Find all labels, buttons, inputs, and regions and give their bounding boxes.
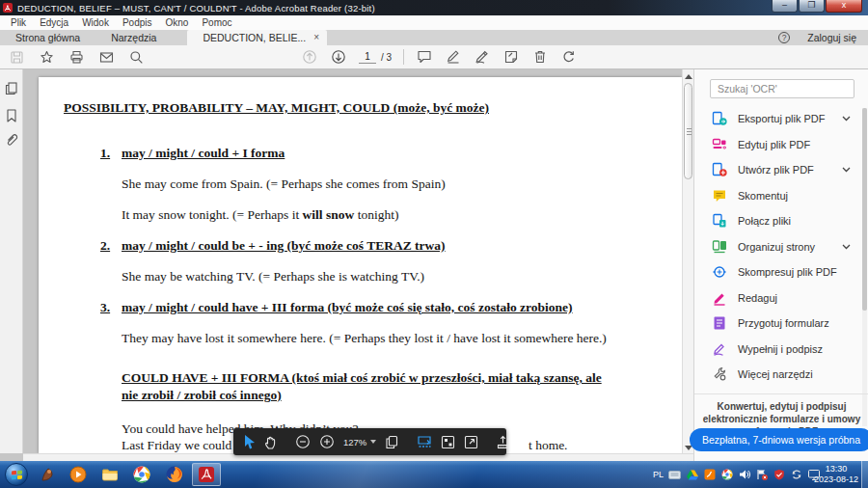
sign-in-link[interactable]: Zaloguj się xyxy=(807,32,856,43)
explorer-folder-icon[interactable] xyxy=(101,466,119,483)
doc-item-number: 3. xyxy=(100,300,110,315)
taskbar-clock[interactable]: 13:30 2023-08-12 xyxy=(814,464,858,485)
menu-podpis[interactable]: Podpis xyxy=(116,17,159,28)
tab-home[interactable]: Strona główna xyxy=(0,30,95,45)
tool-label: Wypełnij i podpisz xyxy=(738,343,823,355)
search-icon[interactable] xyxy=(127,48,145,66)
orange-app-icon[interactable] xyxy=(703,469,716,481)
volume-icon[interactable] xyxy=(738,469,750,481)
scroll-mode-icon[interactable] xyxy=(417,434,432,450)
menu-widok[interactable]: Widok xyxy=(75,17,116,28)
fit-page-icon[interactable] xyxy=(441,434,455,450)
email-icon[interactable] xyxy=(97,48,115,66)
menu-plik[interactable]: Plik xyxy=(4,17,33,28)
antivirus-icon[interactable] xyxy=(773,469,785,481)
vertical-scrollbar[interactable] xyxy=(682,69,693,453)
tab-close-icon[interactable]: × xyxy=(313,30,319,45)
acrobat-reader-icon[interactable] xyxy=(198,466,215,483)
doc-example: She may come from Spain. (= Perhaps she … xyxy=(122,176,446,192)
tool-organize-pages[interactable]: Organizuj strony xyxy=(694,234,862,260)
fullscreen-icon[interactable] xyxy=(464,434,478,450)
doc-heading: COULD HAVE + III FORMA (ktoś miał coś zr… xyxy=(122,370,602,386)
doc-example: Last Friday we could xyxy=(122,438,231,453)
tools-panel: Eksportuj plik PDF Edytuj plik PDF Utwór… xyxy=(693,69,868,461)
show-desktop-button[interactable] xyxy=(861,461,868,488)
tool-compress-pdf[interactable]: Skompresuj plik PDF xyxy=(694,259,862,285)
action-center-flag-icon[interactable] xyxy=(755,469,768,481)
start-button[interactable] xyxy=(5,463,28,486)
tool-comment[interactable]: Skomentuj xyxy=(694,183,862,209)
gdrive-icon[interactable] xyxy=(686,469,698,481)
chevron-down-icon[interactable] xyxy=(842,116,851,122)
tools-search-input[interactable] xyxy=(710,79,854,98)
attachments-icon[interactable] xyxy=(4,133,19,149)
comment-icon[interactable] xyxy=(416,48,433,66)
doc-item-number: 2. xyxy=(100,238,110,254)
media-player-icon[interactable] xyxy=(69,466,87,483)
save-icon[interactable] xyxy=(8,48,25,66)
toolbar-divider xyxy=(403,49,404,65)
document-view[interactable]: POSSIBILITY, PROBABILITY – MAY, MIGHT, C… xyxy=(23,69,682,461)
tab-tools[interactable]: Narzędzia xyxy=(95,30,172,45)
tool-edit-pdf[interactable]: Edytuj plik PDF xyxy=(694,132,862,158)
minimize-button[interactable]: – xyxy=(772,0,798,13)
zoom-in-icon[interactable] xyxy=(319,434,335,450)
page-number-input[interactable] xyxy=(359,50,376,64)
menu-okno[interactable]: Okno xyxy=(159,17,196,28)
doc-example: It may snow tonight. (= Perhaps it will … xyxy=(122,207,398,223)
sync-icon[interactable] xyxy=(790,469,802,481)
tool-label: Przygotuj formularz xyxy=(738,317,829,329)
select-tool-icon[interactable] xyxy=(243,434,256,450)
tools-panel-scrollbar[interactable] xyxy=(862,108,867,426)
zoom-out-icon[interactable] xyxy=(295,434,311,450)
chrome-tray-icon[interactable] xyxy=(720,469,733,481)
next-page-icon[interactable] xyxy=(330,48,347,66)
highlight-icon[interactable] xyxy=(445,48,462,66)
tool-label: Edytuj plik PDF xyxy=(738,139,810,150)
hand-tool-icon[interactable] xyxy=(264,434,278,450)
page-thumbnails-icon[interactable] xyxy=(4,81,19,96)
keyboard-icon[interactable] xyxy=(668,469,681,481)
chevron-down-icon[interactable] xyxy=(842,244,851,250)
chrome-icon[interactable] xyxy=(133,466,150,483)
print-icon[interactable] xyxy=(496,434,510,450)
fill-sign-note-icon[interactable] xyxy=(502,48,520,66)
app1-icon[interactable] xyxy=(39,466,56,483)
doc-example: They may have lost it somewhere here. (=… xyxy=(122,331,607,346)
chevron-down-icon[interactable] xyxy=(842,167,851,173)
print-icon[interactable] xyxy=(68,48,85,66)
page-copy-icon[interactable] xyxy=(385,434,399,450)
zoom-level-dropdown[interactable]: 127% xyxy=(343,437,376,447)
help-icon[interactable]: ? xyxy=(778,32,790,43)
tool-prepare-form[interactable]: Przygotuj formularz xyxy=(694,311,862,337)
windows-taskbar: PL xyxy=(0,461,868,488)
edit-pdf-icon xyxy=(712,137,727,152)
rotate-icon[interactable] xyxy=(560,48,578,66)
left-navigation-rail xyxy=(0,69,23,453)
prev-page-icon[interactable] xyxy=(301,48,318,66)
firefox-icon[interactable] xyxy=(166,466,183,483)
tool-combine-files[interactable]: Połącz pliki xyxy=(694,208,862,234)
tool-create-pdf[interactable]: Utwórz plik PDF xyxy=(694,157,862,183)
menu-pomoc[interactable]: Pomoc xyxy=(195,17,238,28)
system-tray: PL xyxy=(653,461,820,488)
scrollbar-thumb[interactable] xyxy=(684,83,692,179)
free-trial-button[interactable]: Bezpłatna, 7-dniowa wersja próbna xyxy=(690,428,868,451)
language-indicator[interactable]: PL xyxy=(653,470,664,479)
bookmarks-icon[interactable] xyxy=(4,108,19,123)
menu-edycja[interactable]: Edycja xyxy=(33,17,75,28)
tab-document[interactable]: DEDUCTION, BELIE... × xyxy=(187,30,327,45)
tools-scrollbar-thumb[interactable] xyxy=(862,108,867,311)
star-favorites-icon[interactable] xyxy=(38,48,55,66)
tool-export-pdf[interactable]: Eksportuj plik PDF xyxy=(694,106,862,132)
tool-label: Eksportuj plik PDF xyxy=(738,113,825,124)
delete-icon[interactable] xyxy=(531,48,549,66)
tool-redact[interactable]: Redaguj xyxy=(694,285,862,312)
maximize-button[interactable]: ❐ xyxy=(799,0,825,13)
sign-icon[interactable] xyxy=(474,48,491,66)
tab-bar: Strona główna Narzędzia DEDUCTION, BELIE… xyxy=(0,30,868,45)
floating-page-controls: 127% xyxy=(233,428,506,455)
tool-more-tools[interactable]: Więcej narzędzi xyxy=(694,362,862,388)
tool-fill-sign[interactable]: Wypełnij i podpisz xyxy=(694,337,862,363)
close-button[interactable]: x xyxy=(826,0,862,13)
